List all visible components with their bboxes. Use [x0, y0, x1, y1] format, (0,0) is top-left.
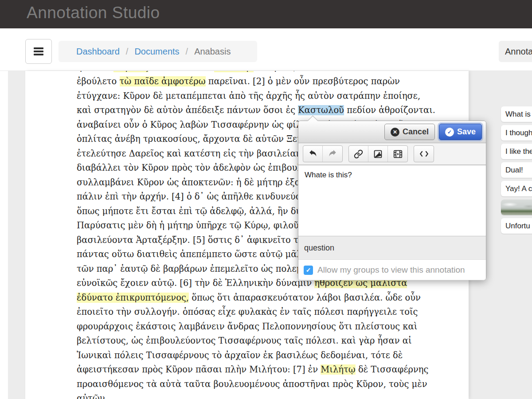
annotation-studio-app: Annotation Studio Dashboard / Documents … — [0, 0, 532, 399]
text-line: φρουράρχοις ἑκάστοις λαμβάνειν ἄνδρας Πε… — [77, 320, 462, 334]
text-segment: ἐβούλετο — [77, 76, 120, 86]
insert-video-button[interactable] — [388, 146, 407, 162]
link-icon — [354, 149, 363, 159]
highlighted-annotation-text[interactable]: τὼ παῖδε ἀμφοτέρω — [120, 76, 206, 86]
breadcrumb-bar: Dashboard / Documents / Anabasis Annotat… — [0, 28, 532, 71]
app-header: Annotation Studio — [0, 0, 532, 28]
annotation-card[interactable]: Yay! A cl — [501, 181, 532, 196]
selected-text[interactable]: Καστωλοῦ — [298, 105, 344, 115]
annotation-card-image[interactable] — [501, 200, 532, 215]
save-check-icon: ✓ — [445, 128, 454, 137]
text-segment: ἠσθένει — [77, 71, 113, 72]
text-segment: ἐποιεῖτο τὴν συλλογήν. ὁπόσας εἶχε φυλακ… — [77, 307, 418, 317]
history-button-group — [303, 145, 343, 162]
text-line: ἐδύνατο ἐπικρυπτόμενος, ὅπως ὅτι ἀπαρασκ… — [77, 291, 462, 305]
text-segment: Ἰωνικαὶ πόλεις Τισσαφέρνους τὸ ἀρχαῖον ἐ… — [77, 350, 403, 360]
text-line: καὶ στρατηγὸν δὲ αὐτὸν ἀπέδειξε πάντων ὅ… — [77, 103, 462, 118]
highlighted-annotation-text[interactable]: Μιλήτῳ — [321, 364, 355, 375]
app-title: Annotation Studio — [27, 4, 160, 22]
cancel-x-icon: ✕ — [391, 128, 399, 137]
breadcrumb-separator: / — [126, 47, 129, 57]
highlighted-annotation-text[interactable]: τελευτὴν — [214, 71, 254, 72]
text-line: προαισθόμενος τὰ αὐτὰ ταῦτα βουλευομένου… — [77, 377, 462, 392]
breadcrumb: Dashboard / Documents / Anabasis — [59, 41, 257, 62]
code-button-group — [414, 145, 434, 162]
redo-button[interactable] — [323, 146, 342, 162]
undo-button[interactable] — [303, 146, 323, 162]
annotations-panel-button[interactable]: Annotations — [499, 41, 532, 62]
annotation-card-text: I like the — [505, 147, 532, 156]
text-line: ἐτύγχανε: Κῦρον δὲ μεταπέμπεται ἀπὸ τῆς … — [77, 89, 462, 104]
text-line: ἐβούλετο τὼ παῖδε ἀμφοτέρω παρεῖναι. [2]… — [77, 74, 462, 89]
text-line: ἐποιεῖτο τὴν συλλογήν. ὁπόσας εἶχε φυλακ… — [77, 305, 462, 320]
text-segment: καὶ στρατηγὸν δὲ αὐτὸν ἀπέδειξε πάντων ὅ… — [77, 105, 298, 115]
text-segment: πεδίον ἁθροίζονται. — [344, 105, 435, 115]
text-segment: βελτίστους, ὡς ἐπιβουλεύοντος Τισσαφέρνο… — [77, 336, 412, 346]
text-line: βελτίστους, ὡς ἐπιβουλεύοντος Τισσαφέρνο… — [77, 334, 462, 348]
text-segment: ἐτύγχανε: Κῦρον δὲ μεταπέμπεται ἀπὸ τῆς … — [77, 91, 420, 101]
annotation-card-text: I though — [505, 129, 532, 137]
breadcrumb-dashboard[interactable]: Dashboard — [76, 47, 120, 57]
text-line: αὐτῶν — [77, 391, 462, 399]
groups-checkbox-label: Allow my groups to view this annotation — [317, 265, 465, 275]
share-row: ✓ Allow my groups to view this annotatio… — [298, 260, 486, 280]
annotation-card-text: What is — [505, 110, 531, 119]
text-segment: φρουράρχοις ἑκάστοις λαμβάνειν ἄνδρας Πε… — [77, 321, 417, 332]
text-line: ἠσθένει Δαρεῖος καὶ ὑπώπτευε τελευτὴν το… — [77, 71, 462, 74]
text-segment: προαισθόμενος τὰ αὐτὰ ταῦτα βουλευομένου… — [77, 379, 427, 389]
hamburger-icon — [34, 46, 43, 57]
image-icon — [373, 149, 383, 159]
annotation-editor-popup: ✕ Cancel ✓ Save — [298, 121, 486, 280]
landscape-thumbnail — [501, 200, 532, 215]
annotation-card[interactable]: Unfortu — [501, 218, 532, 234]
text-segment: ὅπως ὅτι ἀπαρασκευότατον λάβοι βασιλέα. … — [189, 293, 421, 303]
annotation-body-textarea[interactable]: Whate is this? — [298, 165, 486, 236]
text-segment: δὲ Τισσαφέρνης — [356, 364, 429, 375]
text-segment: καὶ ὑπώπτευε — [149, 71, 214, 72]
media-button-group — [348, 145, 408, 162]
editor-controls: ✕ Cancel ✓ Save — [298, 121, 486, 143]
highlighted-annotation-text[interactable]: Δαρεῖος — [113, 71, 149, 72]
save-button[interactable]: ✓ Save — [439, 124, 482, 140]
annotation-card[interactable]: I though — [501, 125, 532, 141]
insert-image-button[interactable] — [368, 146, 388, 162]
breadcrumb-separator: / — [186, 47, 188, 57]
undo-icon — [309, 149, 317, 158]
redo-icon — [328, 149, 337, 158]
annotation-card[interactable]: I like the — [501, 144, 532, 159]
code-icon — [419, 150, 429, 157]
insert-link-button[interactable] — [349, 146, 368, 162]
annotation-card-text: Yay! A cl — [505, 184, 532, 193]
text-segment: εὐνοϊκῶς ἔχοιεν αὐτῷ. [6] τὴν δὲ Ἑλληνικ… — [77, 278, 314, 288]
tags-input[interactable]: question — [298, 236, 486, 260]
text-line: ἀφειστήκεσαν πρὸς Κῦρον πᾶσαι πλὴν Μιλήτ… — [77, 363, 462, 377]
text-line: Ἰωνικαὶ πόλεις Τισσαφέρνους τὸ ἀρχαῖον ἐ… — [77, 348, 462, 363]
annotation-card[interactable]: What is — [501, 106, 532, 122]
annotation-card-text: Dual! — [505, 166, 523, 175]
text-segment: παρεῖναι. [2] ὁ μὲν οὖν πρεσβύτερος παρὼ… — [206, 76, 400, 86]
breadcrumb-documents[interactable]: Documents — [134, 47, 179, 57]
code-button[interactable] — [414, 146, 434, 162]
highlighted-annotation-text[interactable]: ἐδύνατο ἐπικρυπτόμενος, — [77, 293, 189, 303]
text-segment: τοῦ βίου, — [254, 71, 296, 72]
film-icon — [393, 149, 403, 159]
text-segment: αὐτῶν — [77, 393, 105, 399]
breadcrumb-current-anabasis: Anabasis — [194, 47, 231, 57]
annotation-card-text: Unfortu — [505, 222, 530, 231]
editor-toolbar — [298, 143, 486, 165]
text-segment: ἀφειστήκεσαν πρὸς Κῦρον πᾶσαι πλὴν Μιλήτ… — [77, 364, 321, 375]
tag-question: question — [304, 243, 334, 253]
hamburger-menu-button[interactable] — [25, 39, 52, 64]
annotation-card[interactable]: Dual! — [501, 162, 532, 178]
groups-checkbox[interactable]: ✓ — [304, 266, 313, 275]
cancel-button[interactable]: ✕ Cancel — [384, 124, 435, 140]
